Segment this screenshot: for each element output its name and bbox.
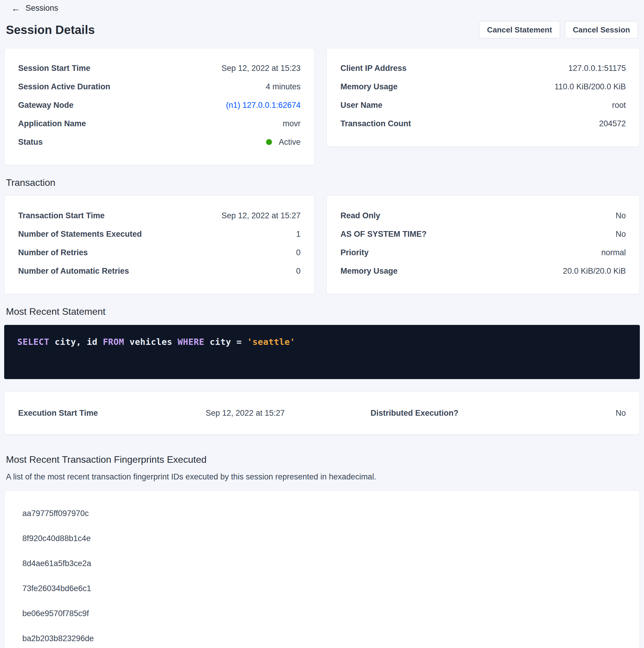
detail-row-retries: Number of Retries 0 — [18, 243, 301, 262]
fingerprint-item: aa79775ff097970c — [4, 501, 640, 526]
detail-label: Transaction Count — [341, 119, 411, 128]
transaction-section-title: Transaction — [6, 177, 638, 188]
session-summary-row: Session Start Time Sep 12, 2022 at 15:23… — [4, 48, 640, 165]
detail-label: Transaction Start Time — [18, 211, 105, 220]
cancel-statement-button[interactable]: Cancel Statement — [479, 21, 560, 39]
fingerprint-item: 73fe26034bd6e6c1 — [4, 576, 640, 601]
status-value: Active — [266, 138, 301, 147]
execution-start-time-label: Execution Start Time — [18, 409, 206, 418]
sql-statement-text: SELECT city, id FROM vehicles WHERE city… — [17, 337, 627, 347]
detail-label: Client IP Address — [341, 64, 407, 73]
detail-value: 110.0 KiB/200.0 KiB — [554, 82, 626, 92]
detail-value: 20.0 KiB/20.0 KiB — [563, 267, 626, 276]
back-arrow-icon[interactable]: ← — [11, 4, 20, 13]
page-header: Session Details Cancel Statement Cancel … — [6, 21, 638, 39]
detail-label: Application Name — [18, 119, 86, 128]
detail-label: AS OF SYSTEM TIME? — [341, 230, 427, 239]
detail-row-status: Status Active — [18, 133, 301, 151]
distributed-execution-label: Distributed Execution? — [370, 409, 536, 418]
detail-label: Number of Automatic Retries — [18, 267, 129, 276]
fingerprints-section-title: Most Recent Transaction Fingerprints Exe… — [6, 454, 638, 465]
fingerprint-item: ba2b203b823296de — [4, 626, 640, 648]
transaction-row: Transaction Start Time Sep 12, 2022 at 1… — [4, 195, 640, 294]
cancel-session-button[interactable]: Cancel Session — [565, 21, 638, 39]
detail-value: 0 — [296, 267, 301, 276]
detail-value: No — [616, 211, 626, 220]
detail-row-txn-start-time: Transaction Start Time Sep 12, 2022 at 1… — [18, 206, 301, 225]
fingerprints-card: aa79775ff097970c 8f920c40d88b1c4e 8d4ae6… — [4, 490, 640, 648]
detail-row-client-ip: Client IP Address 127.0.0.1:51175 — [341, 59, 626, 77]
detail-row-as-of-system-time: AS OF SYSTEM TIME? No — [341, 225, 626, 243]
fingerprint-item: 8d4ae61a5fb3ce2a — [4, 551, 640, 576]
detail-value: No — [616, 230, 626, 239]
transaction-props-card: Read Only No AS OF SYSTEM TIME? No Prior… — [327, 195, 640, 294]
session-details-page: ← Sessions Session Details Cancel Statem… — [0, 0, 644, 648]
header-actions: Cancel Statement Cancel Session — [479, 21, 638, 39]
detail-label: Session Start Time — [18, 64, 91, 73]
page-title: Session Details — [6, 23, 95, 37]
detail-row-automatic-retries: Number of Automatic Retries 0 — [18, 262, 301, 280]
detail-label: Status — [18, 138, 43, 147]
detail-label: Read Only — [341, 211, 380, 220]
detail-row-user-name: User Name root — [341, 96, 626, 114]
sql-keyword: FROM — [103, 337, 124, 347]
detail-row-session-active-duration: Session Active Duration 4 minutes — [18, 77, 301, 96]
fingerprints-list: aa79775ff097970c 8f920c40d88b1c4e 8d4ae6… — [4, 501, 640, 648]
detail-value: Sep 12, 2022 at 15:23 — [221, 64, 301, 73]
sql-string-literal: 'seattle' — [247, 337, 295, 347]
gateway-node-link[interactable]: (n1) 127.0.0.1:62674 — [226, 101, 301, 110]
detail-label: Session Active Duration — [18, 82, 110, 92]
detail-row-statements-executed: Number of Statements Executed 1 — [18, 225, 301, 243]
detail-row-memory-usage: Memory Usage 110.0 KiB/200.0 KiB — [341, 77, 626, 96]
breadcrumb: ← Sessions — [4, 0, 640, 13]
sql-keyword: WHERE — [178, 337, 204, 347]
detail-value: Sep 12, 2022 at 15:27 — [221, 211, 301, 220]
session-info-card: Session Start Time Sep 12, 2022 at 15:23… — [4, 48, 314, 165]
fingerprint-item: be06e9570f785c9f — [4, 601, 640, 626]
fingerprints-section-subtitle: A list of the most recent transaction fi… — [6, 472, 638, 482]
execution-card: Execution Start Time Sep 12, 2022 at 15:… — [4, 392, 640, 434]
detail-value: 4 minutes — [266, 82, 301, 92]
detail-value: 204572 — [599, 119, 626, 128]
detail-label: Number of Retries — [18, 248, 88, 257]
detail-value: root — [612, 101, 626, 110]
distributed-execution-value: No — [536, 409, 626, 418]
detail-value: 127.0.0.1:51175 — [569, 64, 626, 73]
detail-row-gateway-node: Gateway Node (n1) 127.0.0.1:62674 — [18, 96, 301, 114]
status-active-dot-icon — [266, 139, 272, 145]
sql-keyword: SELECT — [17, 337, 49, 347]
detail-value: 0 — [296, 248, 301, 257]
detail-value: normal — [601, 248, 626, 257]
detail-row-transaction-count: Transaction Count 204572 — [341, 114, 626, 133]
detail-label: Memory Usage — [341, 82, 398, 92]
sql-plain: city = — [204, 337, 247, 347]
sql-statement-box: SELECT city, id FROM vehicles WHERE city… — [4, 325, 640, 379]
detail-label: Memory Usage — [341, 267, 398, 276]
detail-row-txn-memory-usage: Memory Usage 20.0 KiB/20.0 KiB — [341, 262, 626, 280]
status-badge: Active — [279, 138, 301, 147]
sql-plain: vehicles — [124, 337, 178, 347]
detail-row-application-name: Application Name movr — [18, 114, 301, 133]
detail-value: movr — [283, 119, 301, 128]
detail-label: Priority — [341, 248, 369, 257]
fingerprint-item: 8f920c40d88b1c4e — [4, 526, 640, 551]
detail-row-read-only: Read Only No — [341, 206, 626, 225]
detail-label: Number of Statements Executed — [18, 230, 142, 239]
detail-value: 1 — [296, 230, 301, 239]
detail-label: Gateway Node — [18, 101, 73, 110]
detail-row-priority: Priority normal — [341, 243, 626, 262]
detail-label: User Name — [341, 101, 383, 110]
statement-section-title: Most Recent Statement — [6, 306, 638, 317]
sql-plain: city, id — [49, 337, 103, 347]
detail-row-session-start-time: Session Start Time Sep 12, 2022 at 15:23 — [18, 59, 301, 77]
client-info-card: Client IP Address 127.0.0.1:51175 Memory… — [327, 48, 640, 147]
execution-start-time-value: Sep 12, 2022 at 15:27 — [206, 409, 370, 418]
breadcrumb-sessions-link[interactable]: Sessions — [25, 4, 58, 13]
transaction-info-card: Transaction Start Time Sep 12, 2022 at 1… — [4, 195, 314, 294]
